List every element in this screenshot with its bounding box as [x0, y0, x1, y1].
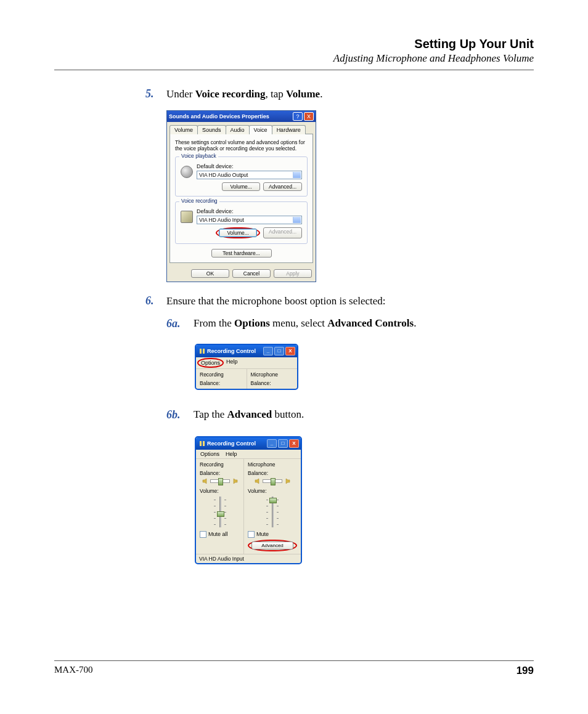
- mute-row: Mute: [248, 531, 297, 538]
- speaker-icon: [181, 166, 193, 178]
- options-menu[interactable]: Options: [197, 358, 224, 368]
- playback-volume-button[interactable]: Volume...: [222, 182, 260, 191]
- text-segment: button.: [272, 408, 304, 420]
- bold-text: Volume: [286, 88, 320, 100]
- groupbox-legend: Voice playback: [179, 153, 218, 159]
- dialog-buttons: OK Cancel Apply: [167, 266, 316, 282]
- balance-label: Balance:: [248, 470, 297, 476]
- text-segment: Under: [166, 88, 195, 100]
- select-value: VIA HD Audio Output: [199, 172, 248, 178]
- step-text: Under Voice recording, tap Volume.: [166, 87, 322, 102]
- balance-label: Balance:: [200, 470, 240, 476]
- groupbox-legend: Voice recording: [179, 198, 219, 204]
- dialog-titlebar: Sounds and Audio Devices Properties ? X: [167, 111, 316, 122]
- balance-slider[interactable]: [248, 478, 297, 484]
- document-page: Setting Up Your Unit Adjusting Microphon…: [0, 0, 588, 714]
- slider-thumb: [269, 498, 277, 503]
- slider-thumb: [218, 478, 223, 485]
- column-header: Microphone: [251, 371, 294, 378]
- ok-button[interactable]: OK: [191, 269, 229, 278]
- step-text: Ensure that the microphone boost option …: [166, 294, 386, 309]
- bold-text: Advanced Controls: [327, 317, 414, 329]
- advanced-wrap: Advanced: [248, 540, 297, 551]
- svg-rect-2: [200, 441, 202, 446]
- microphone-column: Microphone Balance:: [247, 369, 298, 389]
- tab-audio[interactable]: Audio: [226, 125, 250, 134]
- voice-recording-group: Voice recording Default device: VIA HD A…: [175, 201, 308, 244]
- footer-row: MAX-700 199: [54, 665, 534, 677]
- volume-label: Volume:: [200, 488, 240, 494]
- help-menu[interactable]: Help: [224, 358, 240, 368]
- help-button[interactable]: ?: [293, 112, 303, 121]
- column-header: Recording: [200, 461, 240, 468]
- maximize-button[interactable]: □: [274, 347, 284, 355]
- close-button[interactable]: X: [289, 439, 299, 448]
- text-segment: From the: [194, 317, 234, 329]
- test-hardware-button[interactable]: Test hardware...: [211, 249, 272, 258]
- header-title: Setting Up Your Unit: [54, 37, 534, 51]
- balance-label: Balance:: [200, 380, 243, 386]
- bold-text: Advanced: [227, 408, 272, 420]
- text-segment: .: [320, 88, 322, 100]
- tab-volume[interactable]: Volume: [169, 125, 198, 134]
- mute-all-checkbox[interactable]: [200, 531, 206, 538]
- close-button[interactable]: X: [285, 347, 295, 355]
- window-titlebar: Recording Control _ □ X: [196, 345, 297, 357]
- highlight-ring: Volume...: [216, 227, 260, 238]
- microphone-column: Microphone Balance: Volume:: [244, 459, 301, 554]
- button-row: Volume... Advanced...: [197, 227, 302, 238]
- svg-marker-7: [286, 479, 290, 484]
- recording-device-select[interactable]: VIA HD Audio Input: [197, 216, 302, 224]
- advanced-button[interactable]: Advanced: [251, 542, 293, 550]
- screenshot-recording-control-full: Recording Control _ □ X Options Help Rec…: [195, 436, 302, 564]
- tab-hardware[interactable]: Hardware: [272, 125, 306, 134]
- slider-thumb: [217, 511, 224, 517]
- close-button[interactable]: X: [304, 112, 314, 121]
- apply-button[interactable]: Apply: [274, 269, 312, 278]
- svg-marker-5: [234, 479, 237, 484]
- mute-checkbox[interactable]: [248, 531, 255, 538]
- mixer-columns: Recording Balance: Microphone Balance:: [196, 369, 297, 389]
- svg-rect-3: [203, 441, 205, 446]
- options-menu[interactable]: Options: [197, 450, 223, 458]
- recording-advanced-button[interactable]: Advanced...: [263, 227, 302, 238]
- svg-rect-1: [203, 349, 205, 354]
- balance-slider[interactable]: [200, 478, 240, 484]
- recording-volume-button[interactable]: Volume...: [219, 229, 257, 237]
- minimize-button[interactable]: _: [267, 439, 277, 448]
- mute-all-row: Mute all: [200, 531, 240, 538]
- playback-device-select[interactable]: VIA HD Audio Output: [197, 171, 302, 179]
- substep-text: From the Options menu, select Advanced C…: [194, 317, 416, 330]
- maximize-button[interactable]: □: [278, 439, 288, 448]
- volume-slider[interactable]: [217, 497, 223, 527]
- playback-advanced-button[interactable]: Advanced...: [263, 182, 302, 191]
- minimize-button[interactable]: _: [263, 347, 273, 355]
- footer-rule: [54, 660, 534, 661]
- help-menu[interactable]: Help: [223, 450, 240, 458]
- volume-slider[interactable]: [269, 497, 276, 527]
- balance-track: [210, 479, 230, 483]
- text-segment: .: [414, 317, 416, 329]
- speaker-left-icon: [202, 478, 208, 484]
- microphone-icon: [181, 211, 193, 223]
- recording-control-window-full: Recording Control _ □ X Options Help Rec…: [195, 436, 302, 564]
- header-rule: [54, 70, 534, 70]
- balance-label: Balance:: [251, 380, 294, 386]
- bold-text: Voice recording: [195, 88, 266, 100]
- text-segment: , tap: [266, 88, 287, 100]
- button-row: Volume... Advanced...: [197, 182, 302, 191]
- substep-number: 6a.: [166, 317, 194, 330]
- window-buttons: _ □ X: [263, 347, 295, 355]
- mute-all-label: Mute all: [208, 531, 228, 537]
- step-6a: 6a. From the Options menu, select Advanc…: [166, 317, 534, 330]
- tab-sounds[interactable]: Sounds: [197, 125, 226, 134]
- header-subtitle: Adjusting Microphone and Headphones Volu…: [54, 52, 534, 65]
- slider-thumb: [271, 478, 276, 485]
- cancel-button[interactable]: Cancel: [232, 269, 271, 278]
- window-title: Recording Control: [207, 348, 256, 354]
- tab-voice[interactable]: Voice: [249, 125, 272, 134]
- speaker-right-icon: [232, 478, 238, 484]
- screenshot-recording-control-small: Recording Control _ □ X Options Help Rec…: [195, 344, 298, 390]
- footer-page-number: 199: [517, 665, 534, 677]
- device-row: Default device: VIA HD Audio Input Volum…: [181, 208, 302, 238]
